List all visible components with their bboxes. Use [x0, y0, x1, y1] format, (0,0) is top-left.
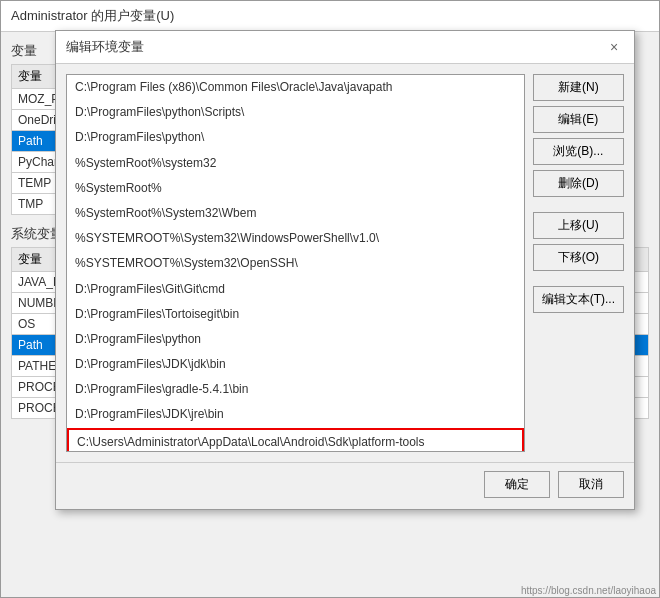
delete-button[interactable]: 删除(D) [533, 170, 624, 197]
modal-action-buttons: 新建(N) 编辑(E) 浏览(B)... 删除(D) 上移(U) 下移(O) 编… [533, 74, 624, 452]
path-item[interactable]: D:\ProgramFiles\JDK\jdk\bin [67, 352, 524, 377]
path-item[interactable]: D:\ProgramFiles\python\Scripts\ [67, 100, 524, 125]
path-item[interactable]: D:\ProgramFiles\Tortoisegit\bin [67, 302, 524, 327]
edit-text-button[interactable]: 编辑文本(T)... [533, 286, 624, 313]
modal-footer: 确定 取消 [56, 462, 634, 506]
bg-title-bar: Administrator 的用户变量(U) [1, 1, 659, 32]
move-down-button[interactable]: 下移(O) [533, 244, 624, 271]
modal-title-bar: 编辑环境变量 × [56, 31, 634, 64]
path-item[interactable]: D:\ProgramFiles\python\ [67, 125, 524, 150]
path-item[interactable]: D:\ProgramFiles\gradle-5.4.1\bin [67, 377, 524, 402]
ok-button[interactable]: 确定 [484, 471, 550, 498]
path-list[interactable]: C:\Program Files (x86)\Common Files\Orac… [66, 74, 525, 452]
path-item[interactable]: %SYSTEMROOT%\System32\WindowsPowerShell\… [67, 226, 524, 251]
browse-button[interactable]: 浏览(B)... [533, 138, 624, 165]
path-item[interactable]: %SystemRoot%\system32 [67, 151, 524, 176]
watermark: https://blog.csdn.net/laoyihaoa [521, 585, 656, 596]
path-item[interactable]: C:\Users\Administrator\AppData\Local\And… [67, 428, 524, 452]
bg-title-text: Administrator 的用户变量(U) [11, 8, 174, 23]
path-item[interactable]: D:\ProgramFiles\JDK\jre\bin [67, 402, 524, 427]
path-item[interactable]: %SystemRoot% [67, 176, 524, 201]
path-item[interactable]: D:\ProgramFiles\Git\Git\cmd [67, 277, 524, 302]
path-item[interactable]: D:\ProgramFiles\python [67, 327, 524, 352]
path-item[interactable]: %SYSTEMROOT%\System32\OpenSSH\ [67, 251, 524, 276]
new-button[interactable]: 新建(N) [533, 74, 624, 101]
cancel-button[interactable]: 取消 [558, 471, 624, 498]
move-up-button[interactable]: 上移(U) [533, 212, 624, 239]
path-item[interactable]: C:\Program Files (x86)\Common Files\Orac… [67, 75, 524, 100]
modal-close-button[interactable]: × [604, 37, 624, 57]
modal-title: 编辑环境变量 [66, 38, 144, 56]
edit-env-dialog: 编辑环境变量 × C:\Program Files (x86)\Common F… [55, 30, 635, 510]
path-item[interactable]: %SystemRoot%\System32\Wbem [67, 201, 524, 226]
edit-button[interactable]: 编辑(E) [533, 106, 624, 133]
modal-body: C:\Program Files (x86)\Common Files\Orac… [56, 64, 634, 462]
